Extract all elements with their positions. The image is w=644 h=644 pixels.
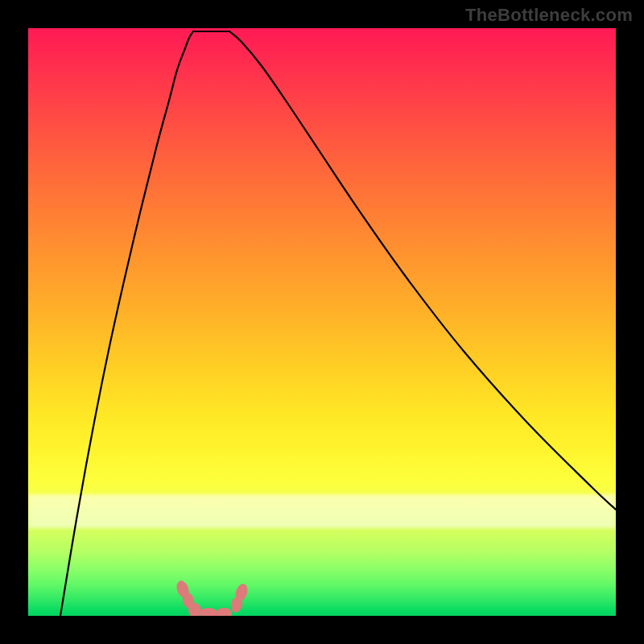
- curve-right-branch: [229, 31, 616, 510]
- chart-frame: TheBottleneck.com: [0, 0, 644, 644]
- curve-left-branch: [60, 31, 193, 616]
- data-marker: [216, 608, 232, 616]
- marker-group: [175, 579, 250, 616]
- watermark-text: TheBottleneck.com: [465, 5, 633, 26]
- data-marker: [200, 608, 217, 616]
- plot-area: [28, 28, 616, 616]
- curve-layer: [28, 28, 616, 616]
